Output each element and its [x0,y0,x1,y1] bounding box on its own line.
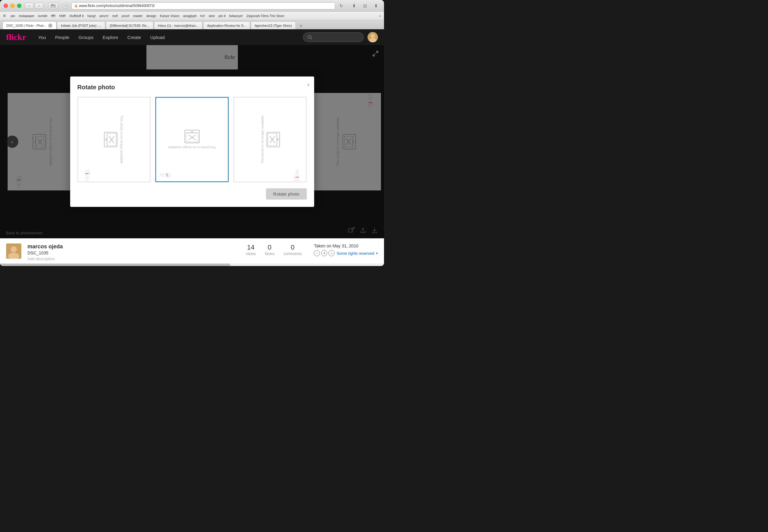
nav-upload[interactable]: Upload [150,35,165,40]
modal-close-button[interactable]: › [308,81,309,88]
strip-photo-right[interactable]: This photo is no longer available [234,97,307,182]
add-description-link[interactable]: Add description [27,257,240,261]
nav-create[interactable]: Create [127,35,141,40]
photo-title: DSC_1035 [27,250,240,255]
bookmark-hang[interactable]: hang! [87,14,96,18]
author-info: marcos ojeda DSC_1035 Add description [27,243,240,261]
apps-icon[interactable]: ⊞ [3,14,6,18]
bookmark-wire[interactable]: wire [209,14,215,18]
views-label: views [246,251,256,256]
flickr-logo[interactable]: flickr [6,32,26,42]
close-button[interactable] [4,4,8,8]
bookmark-reader[interactable]: reader [133,14,143,18]
scrollbar-thumb[interactable] [0,264,230,266]
author-avatar[interactable] [6,243,21,259]
strip-left-watermark: flickr [84,169,90,181]
comments-stat: 0 comments [283,243,302,256]
svg-point-31 [191,131,193,133]
strip-photo-right-content: This photo is no longer available [258,112,283,167]
user-avatar[interactable] [368,32,378,42]
author-name[interactable]: marcos ojeda [27,243,240,250]
nav-links: You People Groups Explore Create Upload [38,35,165,40]
minimize-button[interactable] [10,4,15,8]
bookmark-instapaper[interactable]: instapaper [19,14,34,18]
bookmark-anaglyph[interactable]: anaglyph [183,14,197,18]
license-chevron-icon[interactable]: ▾ [376,251,378,255]
traffic-lights [4,4,21,8]
bookmark-zipporah[interactable]: Zipporah Films The Store [247,14,284,18]
license-nd-icon: = [329,250,335,256]
page-info-button[interactable]: ⓘ [63,3,69,9]
rotate-photo-button[interactable]: Rotate photo [266,188,307,200]
svg-rect-2 [51,6,55,8]
scrollbar[interactable] [0,264,384,266]
comments-label: comments [283,251,302,256]
faves-count: 0 [265,243,274,251]
nav-people[interactable]: People [55,35,69,40]
tab-close-flickr[interactable]: ✕ [48,23,52,28]
bookmark-ffff[interactable]: ffff! [51,14,56,18]
bookmark-amzn[interactable]: amzn! [99,14,108,18]
tab-label-differential: [Differential] D17630: Re... [110,24,149,27]
strip-photo-left[interactable]: This photo is no longer available [77,97,150,182]
views-count: 14 [246,243,256,251]
nav-groups[interactable]: Groups [78,35,93,40]
tab-tigershen[interactable]: tigershen23 (Tiger Shen) [251,21,296,29]
photo-stage: flickr ‹ This photo is no longer availab… [0,45,384,238]
title-bar: ‹ › ⓘ 🔒 www.flickr.com/photos/subliminal… [0,0,384,12]
strip-left-unavail: This photo is no longer available [120,115,123,164]
bookmark-design[interactable]: design [146,14,156,18]
tab-application[interactable]: Application Review for S... [203,21,250,29]
bookmark-bekanye[interactable]: bekanye! [229,14,243,18]
address-bar[interactable]: 🔒 www.flickr.com/photos/subliminal/50964… [71,2,335,9]
strip-center-unavail: This photo is no longer available [168,146,216,149]
refresh-button[interactable]: ↻ [338,3,345,9]
forward-button[interactable]: › [35,3,43,9]
strip-photo-center[interactable]: This photo is no longer available [155,97,229,182]
photo-strip: This photo is no longer available [77,97,307,182]
bookmark-hfdf[interactable]: hfdf! [59,14,66,18]
back-button[interactable]: ‹ [25,3,34,9]
bookmark-proof[interactable]: proof [122,14,129,18]
license-link[interactable]: Some rights reserved [336,251,374,256]
flickr-search [303,32,378,42]
nav-explore[interactable]: Explore [103,35,118,40]
tab-label-flickr: DSC_1035 | Flickr - Phot... [6,24,46,27]
tab-initiate[interactable]: Initiate Job (POST jobs) -... [57,21,105,29]
bookmark-pinit[interactable]: pin it [219,14,226,18]
tab-flickr[interactable]: DSC_1035 | Flickr - Phot... ✕ [2,21,56,29]
tab-label-application: Application Review for S... [207,24,246,27]
views-stat: 14 views [246,243,256,256]
bookmarks-more[interactable]: » [379,14,381,18]
svg-line-4 [311,38,312,39]
download-button[interactable]: ⬇ [372,2,380,9]
bookmark-red[interactable]: red! [112,14,118,18]
bookmark-kanye[interactable]: Kanye Vision [160,14,179,18]
bookmark-huffduff[interactable]: Huffduff it [69,14,84,18]
strip-left-icon [104,132,117,147]
strip-right-unavail: This photo is no longer available [261,115,264,164]
browser-content: flickr ‹ This photo is no longer availab… [0,45,384,266]
search-input[interactable] [303,32,364,42]
tab-inbox[interactable]: Inbox (1) - marcos@khan... [154,21,203,29]
new-tab-button[interactable]: + [298,23,304,29]
bookmark-tumblr[interactable]: tumblr [38,14,48,18]
modal-overlay: Rotate photo › This photo is no longer a… [0,45,384,238]
tab-view-button[interactable] [48,2,58,9]
maximize-button[interactable] [17,4,21,8]
bookmark-pin[interactable]: pin [11,14,15,18]
bookmark-hn[interactable]: hn! [201,14,205,18]
tab-differential[interactable]: [Differential] D17630: Re... [106,21,153,29]
svg-rect-0 [51,4,52,5]
svg-rect-1 [53,4,55,5]
reader-view-button[interactable]: ⊡ [361,2,369,9]
tab-label-inbox: Inbox (1) - marcos@khan... [158,24,199,27]
share-button[interactable]: ⬆ [350,2,358,9]
tab-label-tigershen: tigershen23 (Tiger Shen) [255,24,292,27]
browser-tabs: DSC_1035 | Flickr - Phot... ✕ Initiate J… [0,20,384,29]
nav-you[interactable]: You [38,35,46,40]
faves-label: faves [265,251,274,256]
tab-label-initiate: Initiate Job (POST jobs) -... [61,24,101,27]
strip-center-icon [184,130,200,143]
modal-footer: Rotate photo [77,188,307,200]
